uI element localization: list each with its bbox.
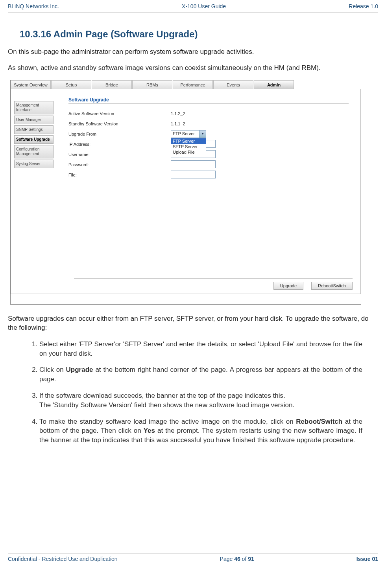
- dropdown-option-sftp[interactable]: SFTP Server: [171, 144, 206, 149]
- sidebar-item-snmp-settings[interactable]: SNMP Settings: [14, 125, 54, 134]
- dropdown-selected: FTP Server: [171, 130, 196, 137]
- company-name: BLiNQ Networks Inc.: [8, 3, 59, 9]
- active-version-value: 1.1.2_2: [171, 111, 349, 116]
- step-3: If the software download succeeds, the b…: [39, 391, 362, 410]
- page-footer: Confidential - Restricted Use and Duplic…: [8, 553, 378, 566]
- panel-title: Software Upgrade: [68, 97, 349, 104]
- ip-address-label: IP Address:: [68, 142, 171, 147]
- tab-setup[interactable]: Setup: [51, 80, 91, 89]
- paragraph-2: As shown, active and standby software im…: [8, 64, 378, 73]
- page-header: BLiNQ Networks Inc. X-100 User Guide Rel…: [8, 0, 378, 13]
- tab-events[interactable]: Events: [213, 80, 253, 89]
- sidebar-item-syslog-server[interactable]: Syslog Server: [14, 160, 54, 168]
- step-4: To make the standby software load image …: [39, 417, 362, 445]
- steps-list: Select either 'FTP Server'or 'SFTP Serve…: [39, 340, 362, 452]
- tab-performance[interactable]: Performance: [173, 80, 213, 89]
- ui-screenshot: System Overview Setup Bridge RBMs Perfor…: [10, 80, 361, 305]
- password-label: Password:: [68, 162, 171, 167]
- upgrade-button[interactable]: Upgrade: [273, 282, 303, 290]
- upgrade-from-label: Upgrade From: [68, 132, 171, 136]
- release-label: Release 1.0: [349, 3, 378, 9]
- doc-title: X-100 User Guide: [182, 3, 226, 9]
- standby-version-label: Standby Software Version: [68, 121, 171, 126]
- active-version-label: Active Software Version: [68, 111, 171, 116]
- username-label: Username:: [68, 152, 171, 157]
- password-input[interactable]: [171, 160, 216, 168]
- file-input[interactable]: [171, 171, 216, 178]
- chevron-down-icon: ▾: [199, 130, 206, 138]
- footer-left: Confidential - Restricted Use and Duplic…: [8, 556, 118, 562]
- reboot-switch-button[interactable]: Reboot/Switch: [311, 282, 353, 290]
- tab-rbms[interactable]: RBMs: [132, 80, 172, 89]
- sidebar-item-configuration-management[interactable]: Configuration Management: [14, 145, 54, 158]
- tab-system-overview[interactable]: System Overview: [11, 80, 51, 89]
- paragraph-1: On this sub-page the administrator can p…: [8, 48, 378, 57]
- step-1: Select either 'FTP Server'or 'SFTP Serve…: [39, 340, 362, 358]
- sidebar-item-management-interface[interactable]: Management Interface: [14, 101, 54, 114]
- sidebar-item-user-manager[interactable]: User Manager: [14, 116, 54, 124]
- dropdown-list: FTP Server SFTP Server Upload File: [171, 138, 206, 155]
- footer-issue: Issue 01: [356, 556, 378, 562]
- sidebar-item-software-upgrade[interactable]: Software Upgrade: [14, 135, 54, 144]
- dropdown-option-ftp[interactable]: FTP Server: [171, 138, 206, 144]
- footer-page: Page 46 of 91: [220, 556, 254, 562]
- tab-bridge[interactable]: Bridge: [92, 80, 132, 89]
- upgrade-from-dropdown[interactable]: FTP Server ▾ FTP Server SFTP Server Uplo…: [171, 130, 206, 138]
- standby-version-value: 1.1.1_2: [171, 121, 349, 126]
- dropdown-option-upload[interactable]: Upload File: [171, 149, 206, 155]
- step-2: Click on Upgrade at the bottom right han…: [39, 365, 362, 384]
- section-heading: 10.3.16 Admin Page (Software Upgrade): [20, 29, 378, 40]
- paragraph-3: Software upgrades can occur either from …: [8, 314, 378, 333]
- tab-admin[interactable]: Admin: [254, 80, 294, 89]
- file-label: File:: [68, 173, 171, 177]
